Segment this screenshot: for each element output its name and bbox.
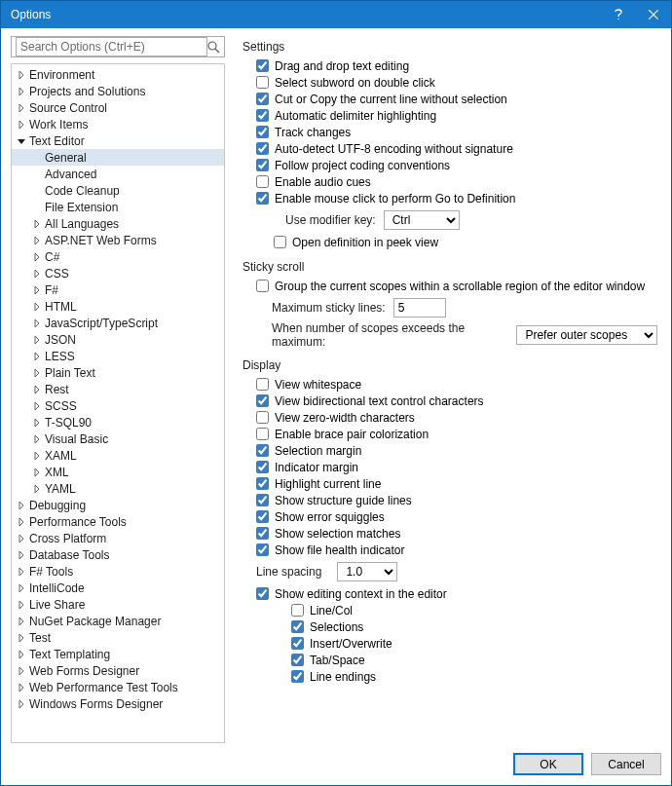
expander-icon[interactable] [16, 86, 27, 97]
context-sub-checkbox[interactable] [291, 604, 304, 617]
expander-icon[interactable] [16, 582, 27, 594]
expander-icon[interactable] [16, 698, 27, 710]
context-sub-checkbox[interactable] [291, 654, 304, 666]
display-checkbox[interactable] [256, 411, 269, 424]
tree-item[interactable]: All Languages [12, 215, 224, 232]
expander-icon[interactable] [31, 467, 43, 478]
expander-icon[interactable] [31, 334, 43, 346]
expander-icon[interactable] [31, 218, 43, 230]
editing-context-checkbox[interactable] [256, 587, 269, 600]
tree-item[interactable]: Visual Basic [12, 430, 224, 447]
expander-icon[interactable] [31, 251, 43, 263]
expander-icon[interactable] [31, 235, 43, 246]
expander-icon[interactable] [31, 483, 43, 495]
display-checkbox[interactable] [256, 510, 269, 523]
display-checkbox[interactable] [256, 477, 269, 490]
context-sub-row[interactable]: Line/Col [243, 602, 657, 618]
tree-item[interactable]: XAML [12, 447, 224, 464]
context-sub-checkbox[interactable] [291, 620, 304, 633]
setting-row[interactable]: Enable audio cues [243, 173, 657, 190]
expander-icon[interactable] [16, 599, 27, 611]
display-row[interactable]: Highlight current line [243, 475, 657, 492]
sticky-exceeds-select[interactable]: Prefer outer scopes [516, 325, 657, 345]
tree-item[interactable]: Debugging [12, 497, 224, 513]
expander-icon[interactable] [16, 119, 27, 131]
display-row[interactable]: View whitespace [243, 376, 657, 393]
display-checkbox[interactable] [256, 444, 269, 457]
tree-item[interactable]: Plain Text [12, 364, 224, 381]
tree-item[interactable]: Live Share [12, 596, 224, 613]
setting-row[interactable]: Automatic delimiter highlighting [243, 107, 657, 124]
setting-checkbox[interactable] [256, 76, 269, 89]
context-sub-checkbox[interactable] [291, 670, 304, 683]
expander-icon[interactable] [31, 433, 43, 445]
expander-icon[interactable] [31, 400, 43, 412]
expander-icon[interactable] [31, 450, 43, 462]
setting-checkbox[interactable] [256, 142, 269, 155]
setting-row[interactable]: Track changes [243, 124, 657, 140]
display-checkbox[interactable] [256, 378, 269, 391]
setting-checkbox[interactable] [256, 192, 269, 205]
expander-icon[interactable] [31, 351, 43, 362]
search-box[interactable] [11, 36, 225, 57]
tree-item[interactable]: Web Performance Test Tools [12, 679, 224, 695]
help-button[interactable] [601, 1, 636, 28]
tree-item[interactable]: Code Cleanup [12, 182, 224, 199]
display-row[interactable]: Show selection matches [243, 525, 657, 542]
expander-icon[interactable] [31, 152, 43, 164]
display-row[interactable]: Indicator margin [243, 459, 657, 475]
setting-checkbox[interactable] [256, 175, 269, 188]
expander-icon[interactable] [16, 566, 27, 578]
expander-icon[interactable] [16, 616, 27, 627]
expander-icon[interactable] [31, 318, 43, 329]
setting-checkbox[interactable] [256, 59, 269, 72]
tree-item[interactable]: General [12, 149, 224, 166]
setting-row[interactable]: Cut or Copy the current line without sel… [243, 91, 657, 107]
tree-item[interactable]: XML [12, 464, 224, 480]
tree-item[interactable]: T-SQL90 [12, 414, 224, 430]
ok-button[interactable]: OK [513, 753, 583, 775]
expander-icon[interactable] [16, 533, 27, 544]
tree-item[interactable]: File Extension [12, 199, 224, 215]
expander-icon[interactable] [31, 202, 43, 213]
tree-item[interactable]: F# Tools [12, 563, 224, 580]
display-checkbox[interactable] [256, 527, 269, 540]
close-button[interactable] [636, 1, 671, 28]
setting-row[interactable]: Enable mouse click to perform Go to Defi… [243, 190, 657, 206]
display-row[interactable]: View bidirectional text control characte… [243, 393, 657, 409]
tree-item[interactable]: Work Items [12, 116, 224, 132]
expander-icon[interactable] [31, 168, 43, 180]
setting-row[interactable]: Auto-detect UTF-8 encoding without signa… [243, 140, 657, 157]
tree-item[interactable]: Test [12, 629, 224, 646]
display-checkbox[interactable] [256, 461, 269, 473]
tree-item[interactable]: Source Control [12, 99, 224, 116]
tree-item[interactable]: Environment [12, 66, 224, 83]
setting-checkbox[interactable] [256, 126, 269, 138]
line-spacing-select[interactable]: 1.0 [337, 562, 397, 581]
expander-icon[interactable] [16, 135, 27, 147]
display-row[interactable]: Show structure guide lines [243, 492, 657, 508]
search-input[interactable] [16, 37, 207, 56]
tree-item[interactable]: CSS [12, 265, 224, 281]
expander-icon[interactable] [16, 632, 27, 644]
tree-item[interactable]: HTML [12, 298, 224, 315]
tree-item[interactable]: F# [12, 281, 224, 298]
tree-item[interactable]: Database Tools [12, 546, 224, 563]
display-checkbox[interactable] [256, 394, 269, 407]
expander-icon[interactable] [16, 102, 27, 114]
display-row[interactable]: Selection margin [243, 442, 657, 459]
expander-icon[interactable] [31, 384, 43, 395]
expander-icon[interactable] [16, 649, 27, 660]
display-row[interactable]: Enable brace pair colorization [243, 426, 657, 442]
tree-item[interactable]: Windows Forms Designer [12, 695, 224, 712]
context-sub-row[interactable]: Selections [243, 618, 657, 635]
tree-item[interactable]: LESS [12, 348, 224, 364]
tree-item[interactable]: Rest [12, 381, 224, 397]
tree-item[interactable]: Performance Tools [12, 513, 224, 530]
tree-item[interactable]: YAML [12, 480, 224, 497]
display-row[interactable]: Show error squiggles [243, 508, 657, 525]
expander-icon[interactable] [31, 417, 43, 429]
expander-icon[interactable] [31, 367, 43, 379]
context-sub-row[interactable]: Line endings [243, 668, 657, 685]
setting-checkbox[interactable] [256, 109, 269, 122]
